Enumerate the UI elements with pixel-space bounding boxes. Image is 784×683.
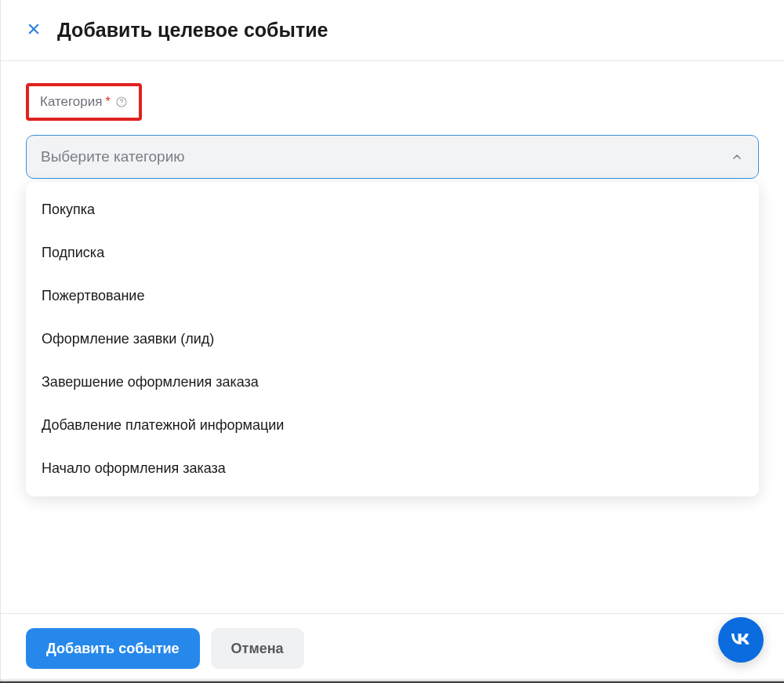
dropdown-option[interactable]: Пожертвование	[26, 274, 759, 318]
chevron-up-icon	[730, 150, 744, 164]
dropdown-option[interactable]: Добавление платежной информации	[26, 404, 759, 447]
vk-widget[interactable]	[718, 617, 764, 663]
close-button[interactable]	[26, 23, 42, 38]
dropdown-option[interactable]: Подписка	[26, 231, 759, 274]
select-placeholder: Выберите категорию	[41, 148, 185, 165]
category-label: Категория	[40, 94, 102, 110]
close-icon	[27, 22, 41, 39]
svg-point-3	[121, 104, 122, 104]
category-select[interactable]: Выберите категорию	[26, 135, 759, 179]
add-event-modal: Добавить целевое событие Категория * Выб…	[0, 0, 784, 683]
category-dropdown[interactable]: Покупка Подписка Пожертвование Оформлени…	[26, 182, 759, 496]
modal-title: Добавить целевое событие	[57, 19, 328, 42]
vk-icon	[728, 626, 753, 654]
dropdown-option[interactable]: Начало оформления заказа	[26, 447, 759, 490]
cancel-button[interactable]: Отмена	[211, 628, 304, 669]
category-select-wrapper: Выберите категорию Покупка Подписка Поже…	[26, 135, 759, 179]
decorative-shadow	[0, 678, 784, 683]
add-event-button[interactable]: Добавить событие	[26, 628, 200, 669]
modal-footer: Добавить событие Отмена	[1, 613, 784, 683]
dropdown-option[interactable]: Завершение оформления заказа	[26, 361, 759, 404]
dropdown-option[interactable]: Покупка	[26, 188, 759, 231]
dropdown-option[interactable]: Оформление заявки (лид)	[26, 318, 759, 361]
modal-body: Категория * Выберите категорию	[1, 61, 784, 613]
required-mark: *	[105, 95, 110, 109]
help-icon[interactable]	[115, 96, 128, 108]
category-label-highlight: Категория *	[26, 83, 142, 121]
modal-header: Добавить целевое событие	[1, 0, 784, 61]
